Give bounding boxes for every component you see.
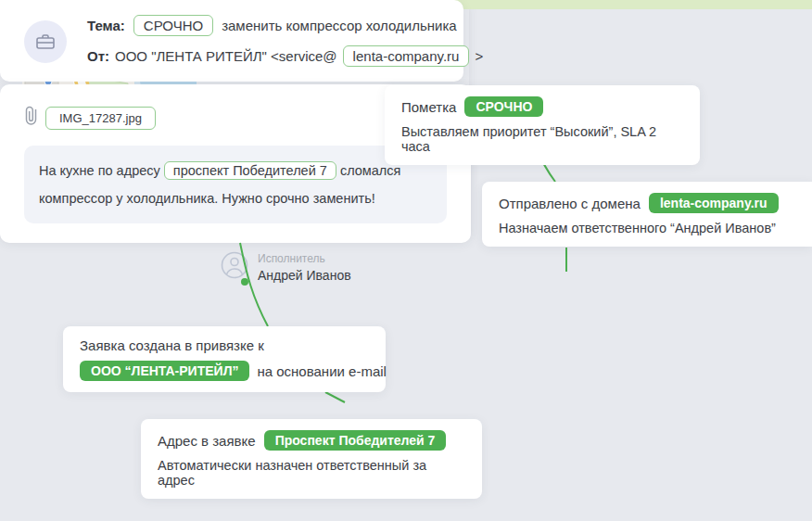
subject-urgent-chip: СРОЧНО xyxy=(133,15,213,36)
attachment-chip[interactable]: IMG_17287.jpg xyxy=(45,107,156,130)
address-badge: Проспект Победителей 7 xyxy=(264,430,447,451)
callout-sender-domain: Отправлено с домена lenta-company.ru Наз… xyxy=(482,182,812,247)
message-part1: На кухне по адресу xyxy=(39,163,160,178)
link-line1: Заявка создана в привязке к xyxy=(80,337,369,353)
mark-urgent-badge: СРОЧНО xyxy=(464,96,543,117)
callout-address: Адрес в заявке Проспект Победителей 7 Ав… xyxy=(141,419,482,499)
email-message-text: На кухне по адресу проспект Победителей … xyxy=(24,146,447,223)
from-domain-chip: lenta-company.ru xyxy=(343,45,470,67)
assignee-avatar-icon xyxy=(221,251,248,283)
email-header-card: Тема: СРОЧНО заменить компрессор холодил… xyxy=(0,0,463,82)
from-name: ООО "ЛЕНТА РИТЕЙЛ" <service@ xyxy=(115,48,337,64)
domain-description: Назначаем ответственного “Андрей Иванов” xyxy=(499,221,795,235)
link-line2: на основании e-mail xyxy=(257,363,386,379)
link-client-badge: ООО “ЛЕНТА-РИТЕЙЛ” xyxy=(80,361,249,381)
infographic-canvas: Тема: СРОЧНО заменить компрессор холодил… xyxy=(0,0,812,521)
address-label: Адрес в заявке xyxy=(158,433,256,449)
from-close-bracket: > xyxy=(475,48,483,64)
mark-description: Выставляем приоритет “Высокий”, SLA 2 ча… xyxy=(401,124,683,154)
subject-label: Тема: xyxy=(87,18,125,33)
assignee-label: Исполнитель xyxy=(258,252,351,265)
address-description: Автоматически назначен ответственный за … xyxy=(158,458,465,488)
domain-label: Отправлено с домена xyxy=(499,196,641,211)
paperclip-icon xyxy=(24,105,38,131)
mark-label: Пометка xyxy=(401,99,456,115)
callout-urgent-mark: Пометка СРОЧНО Выставляем приоритет “Выс… xyxy=(385,85,700,165)
assignee-name: Андрей Иванов xyxy=(258,268,351,283)
subject-text: заменить компрессор холодильника xyxy=(222,18,456,33)
from-label: От: xyxy=(87,48,109,64)
briefcase-icon xyxy=(24,20,67,63)
domain-badge: lenta-company.ru xyxy=(649,193,779,213)
callout-client-link: Заявка создана в привязке к ООО “ЛЕНТА-Р… xyxy=(63,326,386,392)
message-address-chip: проспект Победителей 7 xyxy=(164,161,336,180)
